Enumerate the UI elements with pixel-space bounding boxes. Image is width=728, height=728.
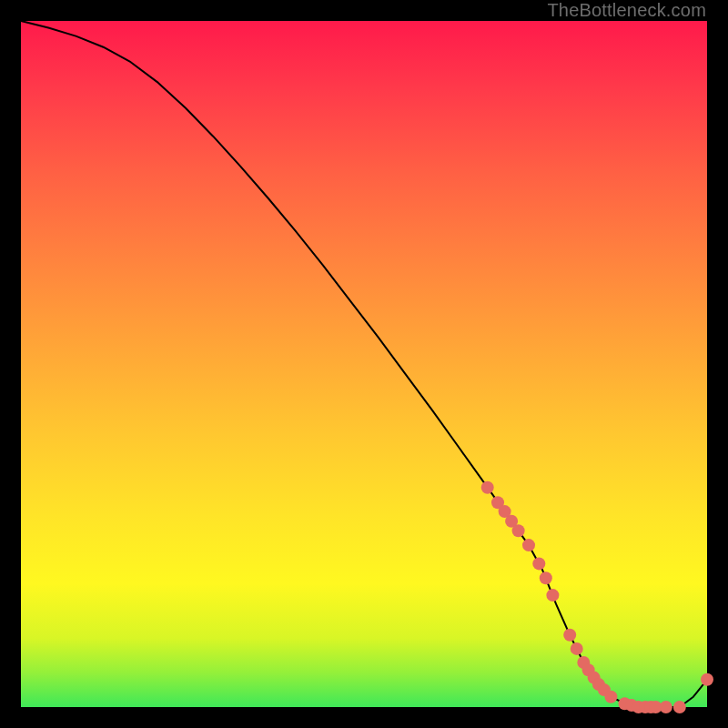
chart-marker [540, 571, 552, 584]
chart-marker [481, 481, 494, 494]
chart-marker [532, 557, 545, 570]
chart-marker [701, 673, 713, 686]
chart-stage: TheBottleneck.com [0, 0, 728, 728]
chart-marker [512, 524, 525, 537]
chart-overlay [21, 21, 707, 707]
chart-marker [571, 642, 583, 655]
chart-marker-group [481, 481, 713, 713]
chart-marker [563, 629, 576, 642]
chart-line [21, 21, 707, 707]
chart-marker [673, 701, 686, 713]
watermark-text: TheBottleneck.com [547, 0, 706, 21]
chart-marker [660, 701, 672, 713]
chart-marker [604, 691, 617, 703]
chart-marker [546, 589, 559, 602]
chart-marker [522, 539, 535, 551]
